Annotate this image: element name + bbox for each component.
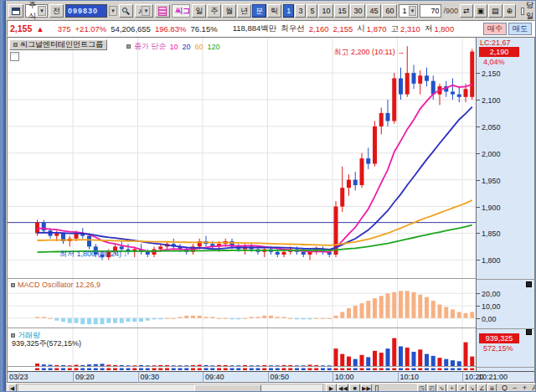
period-button-일[interactable]: 일 (192, 4, 206, 18)
time-separator (138, 372, 139, 383)
zoom-out-button[interactable]: − (510, 384, 519, 392)
code-dropdown-icon[interactable]: ▼ (109, 6, 117, 16)
price-axis[interactable]: LC:21,67 HC:-0,45 2,190 4,04% 939,325 57… (476, 38, 534, 371)
time-label-09:30: 09:30 (141, 373, 160, 381)
time-separator (332, 372, 333, 383)
chart-title-chip[interactable]: 씨그널엔터테인먼트그룹 (9, 39, 107, 50)
macd-pane-label[interactable]: MACD Oscillator 12,26,9 (11, 281, 100, 289)
minute-button-5[interactable]: 5 (307, 4, 317, 18)
angle-icon[interactable]: ∠ (477, 384, 487, 392)
chevron-down-icon[interactable]: ▼ (38, 6, 46, 16)
minute-button-45[interactable]: 45 (366, 4, 381, 18)
period-button-월[interactable]: 월 (222, 4, 236, 18)
minute-button-10[interactable]: 10 (318, 4, 333, 18)
price-tick-2,100: 2,100 (482, 96, 501, 105)
save-icon[interactable]: ▤ (488, 4, 502, 18)
price-chart-canvas[interactable]: 최고 2,200 (10:11) →최저 1,800 (09:24) ↓ (8, 38, 476, 371)
period-button-주[interactable]: 주 (207, 4, 221, 18)
stock-name-field[interactable]: 씨그널엔터테 (172, 4, 190, 18)
chip-bullet-icon (13, 43, 18, 47)
minute-button-30[interactable]: 30 (350, 4, 365, 18)
up-arrow-icon: ▲ (36, 24, 44, 34)
minute-button-60[interactable]: 60 (382, 4, 397, 18)
ma-60-legend: 60 (195, 43, 204, 51)
time-separator (398, 372, 399, 383)
bars-shown-input[interactable] (420, 4, 441, 18)
scroll-left-button[interactable]: ◀ (8, 384, 17, 392)
search-icon (122, 8, 130, 15)
horizontal-scrollbar[interactable] (18, 384, 323, 392)
slider-thumb[interactable] (375, 385, 379, 392)
period-button-분[interactable]: 분 (252, 4, 266, 18)
time-label-09:40: 09:40 (205, 373, 224, 381)
legend-bullet-icon (126, 44, 131, 49)
stock-code-input[interactable] (65, 4, 107, 18)
tick-mark (477, 126, 480, 127)
collapse-volume-button[interactable] (526, 329, 532, 335)
time-label-10:10: 10:10 (400, 373, 420, 381)
restore-window-button[interactable] (8, 4, 23, 18)
current-price-pct: 4,04% (483, 58, 505, 66)
time-axis[interactable]: 03/2309:2009:3009:4009:5010:0010:1010:20… (8, 371, 534, 382)
window-left-edge[interactable] (1, 1, 6, 392)
period-button-틱[interactable]: 틱 (267, 4, 281, 18)
axis-separator (477, 367, 535, 368)
all-market-button[interactable]: 전 (49, 4, 64, 18)
minute-button-3[interactable]: 3 (295, 4, 306, 18)
panel-icon[interactable]: ≣ (487, 384, 497, 392)
chart-capture-icon[interactable]: ▣ (474, 4, 488, 18)
macd-label-text: MACD Oscillator 12,26,9 (18, 281, 100, 289)
trend-down-icon[interactable]: ↘ (467, 384, 477, 392)
font-button[interactable]: A (530, 384, 536, 392)
asset-type-select[interactable]: 주식▼ (25, 4, 48, 18)
sell-button[interactable]: 매도 (508, 23, 532, 35)
search-button[interactable] (119, 4, 133, 18)
axis-separator (477, 279, 535, 280)
open-price: 1,870 (367, 24, 387, 34)
buy-button[interactable]: 매수 (483, 23, 507, 35)
macd-tick-10,00: 10,00 (482, 302, 501, 311)
chart-area: 최고 2,200 (10:11) →최저 1,800 (09:24) ↓ 씨그널… (7, 37, 535, 383)
play-icon[interactable]: ▶ (326, 384, 337, 392)
minute-button-1[interactable]: 1 (283, 4, 294, 18)
trade-value: 118,884백만 (233, 23, 277, 34)
rewind-icon[interactable]: ◀◀ (338, 384, 348, 392)
day-checkbox-label: 당일 (526, 0, 533, 22)
trend-up-icon[interactable]: ↗ (457, 384, 466, 392)
macd-bullet-icon (11, 283, 15, 287)
stock-link-button[interactable] (155, 4, 170, 18)
bar-scale-select[interactable]: 1▼ (399, 4, 418, 18)
period-button-년[interactable]: 년 (237, 4, 251, 18)
price-tick-1,900: 1,900 (482, 204, 501, 212)
zoom-in-button[interactable]: + (520, 384, 529, 392)
speed-slider[interactable] (375, 385, 414, 392)
zoom-lens-button[interactable]: Q (500, 384, 509, 392)
wave-icon[interactable]: ∿ (437, 384, 446, 392)
sound-button[interactable]: ♪▼ (135, 4, 153, 18)
crosshair-icon[interactable]: + (447, 384, 456, 392)
ma-period-list: 102060120 (170, 43, 220, 51)
current-volume-box: 939,325 (479, 333, 519, 343)
forward-icon[interactable]: ▶▶ (361, 384, 372, 392)
collapse-macd-button[interactable] (526, 281, 532, 287)
bar-spacing-icon[interactable]: ⇄ (460, 4, 473, 18)
ma-120-legend: 120 (208, 43, 220, 51)
best-bid: 2,155 (333, 24, 353, 34)
stop-icon[interactable]: ■ (349, 384, 360, 392)
scrollbar-thumb[interactable] (194, 384, 261, 392)
day-checkbox[interactable] (521, 8, 524, 15)
low-annotation: 최저 1,800 (09:24) ↓ (59, 250, 127, 258)
chevron-down-icon[interactable]: ▼ (409, 6, 417, 16)
price-tick-1,800: 1,800 (482, 256, 501, 265)
split-window-icon[interactable]: ◰ (427, 384, 436, 392)
minute-button-15[interactable]: 15 (334, 4, 349, 18)
chart-window-icon[interactable] (10, 52, 19, 61)
price-tick-1,950: 1,950 (482, 177, 501, 185)
window-icon (12, 8, 20, 15)
high-annotation: 최고 2,200 (10:11) → (333, 48, 405, 56)
high-price: 2,310 (400, 24, 420, 34)
volume-value: 54,206,655 (111, 24, 151, 34)
settings-icon[interactable]: ⊕ (503, 4, 517, 18)
chevron-down-icon[interactable]: ▼ (142, 6, 150, 16)
link-chart-icon[interactable]: ◳ (417, 384, 426, 392)
